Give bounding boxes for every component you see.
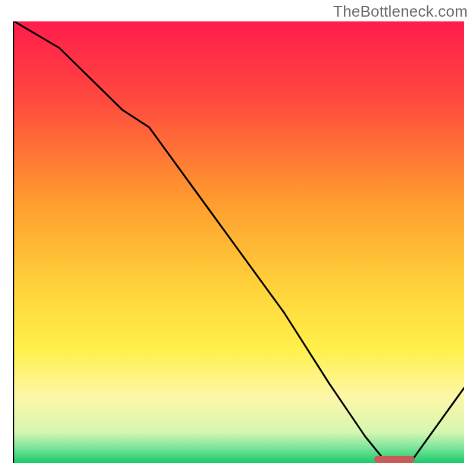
optimal-range-marker xyxy=(374,456,415,463)
chart-svg xyxy=(14,21,464,463)
chart-stage: TheBottleneck.com xyxy=(0,0,476,476)
heat-background xyxy=(14,21,464,463)
plot-frame xyxy=(13,21,463,463)
watermark-text: TheBottleneck.com xyxy=(333,2,468,21)
